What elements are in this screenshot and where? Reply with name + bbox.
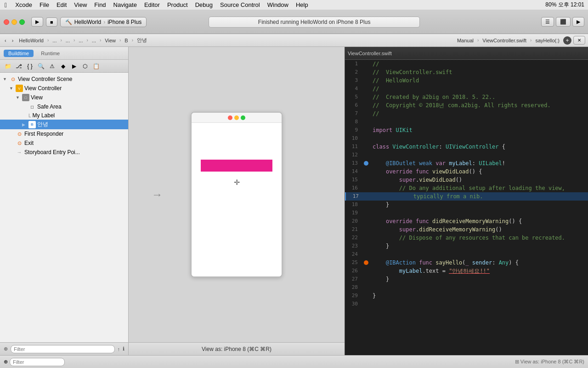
line-number: 6 <box>345 101 362 109</box>
storyboard-arrow-icon: ▶ <box>9 150 16 155</box>
line-content <box>371 151 588 159</box>
report-nav-icon[interactable]: 📋 <box>91 61 101 71</box>
breadcrumb-file[interactable]: ViewController.swift <box>481 37 528 44</box>
breadcrumb-4[interactable]: ... <box>77 37 85 44</box>
filter-input[interactable] <box>11 345 115 353</box>
maximize-button[interactable] <box>19 19 25 25</box>
apple-menu[interactable]:  <box>0 1 11 9</box>
menu-help[interactable]: Help <box>292 0 312 10</box>
line-gutter[interactable] <box>362 159 371 167</box>
right-sep-2: › <box>530 38 531 43</box>
stop-button[interactable]: ■ <box>46 17 57 27</box>
breadcrumb-5[interactable]: ... <box>90 37 98 44</box>
tree-item-view[interactable]: ▼ □ View <box>0 93 128 102</box>
line-number: 2 <box>345 68 362 76</box>
move-cursor-icon: ✛ <box>234 178 240 187</box>
debug-toggle-button[interactable]: ⬛ <box>556 17 571 27</box>
line-content <box>371 300 588 308</box>
tree-item-controller[interactable]: ▼ V View Controller <box>0 84 128 93</box>
line-gutter[interactable] <box>362 259 371 267</box>
symbol-nav-icon[interactable]: { } <box>25 61 35 71</box>
close-button[interactable] <box>4 19 9 25</box>
bottom-filter-input[interactable] <box>10 358 65 366</box>
menu-window[interactable]: Window <box>264 0 292 10</box>
minimize-button[interactable] <box>11 19 17 25</box>
breadcrumb-method[interactable]: sayHello(:) <box>533 37 561 44</box>
issue-nav-icon[interactable]: ⚠ <box>47 61 57 71</box>
source-control-nav-icon[interactable]: ⎇ <box>14 61 24 71</box>
line-content: class ViewController: UIViewController { <box>371 143 588 151</box>
line-number: 3 <box>345 76 362 85</box>
breadcrumb-2[interactable]: ... <box>51 37 58 44</box>
runtime-tab[interactable]: Runtime <box>36 50 64 57</box>
line-content: // <box>371 109 588 118</box>
close-editor-button[interactable]: ✕ <box>573 36 585 45</box>
breakpoint-nav-icon[interactable]: ⬡ <box>80 61 90 71</box>
code-filename: ViewController.swift <box>348 51 392 56</box>
buildtime-tab[interactable]: Buildtime <box>4 50 34 57</box>
menu-file[interactable]: File <box>36 0 53 10</box>
tree-item-exit[interactable]: ▶ ⊙ Exit <box>0 138 128 148</box>
menu-edit[interactable]: Edit <box>53 0 70 10</box>
tree-item-label[interactable]: ▶ L My Label <box>0 111 128 120</box>
iboutlet-indicator[interactable] <box>364 161 368 166</box>
line-gutter <box>362 101 371 109</box>
breadcrumb-helloworld[interactable]: HelloWorld <box>17 37 45 44</box>
folder-nav-icon[interactable]: 📁 <box>3 61 13 71</box>
breadcrumb-3[interactable]: ... <box>64 37 72 44</box>
menu-view[interactable]: View <box>70 0 90 10</box>
line-content: import UIKit <box>371 126 588 134</box>
line-number: 9 <box>345 126 362 134</box>
line-gutter <box>362 250 371 259</box>
tree-item-storyboard[interactable]: ▶ → Storyboard Entry Poi... <box>0 148 128 157</box>
code-area[interactable]: 1 // 2 // ViewController.swift 3 // Hell… <box>345 60 588 355</box>
breadcrumb-view[interactable]: View <box>103 37 118 44</box>
inspector-toggle-button[interactable]: ▶ <box>572 17 584 27</box>
line-gutter <box>362 300 371 308</box>
menu-source-control[interactable]: Source Control <box>216 0 264 10</box>
breadcrumb-sep-7: › <box>132 38 133 43</box>
test-nav-icon[interactable]: ◆ <box>58 61 68 71</box>
tree-item-scene[interactable]: ▼ ⊙ View Controller Scene <box>0 75 128 84</box>
code-line-19: 19 <box>345 209 588 217</box>
menu-xcode[interactable]: Xcode <box>11 0 36 10</box>
breadcrumb-sep-1: › <box>47 38 49 43</box>
code-line-29: 29 } <box>345 292 588 300</box>
line-number: 4 <box>345 85 362 93</box>
add-editor-button[interactable]: + <box>563 36 571 45</box>
breadcrumb-forward[interactable]: › <box>10 37 16 44</box>
tree-item-first-responder[interactable]: ▶ ⊙ First Responder <box>0 129 128 138</box>
run-button[interactable]: ▶ <box>31 17 43 27</box>
ibaction-indicator[interactable] <box>364 260 368 265</box>
line-number: 10 <box>345 134 362 143</box>
menu-debug[interactable]: Debug <box>192 0 216 10</box>
code-line-1: 1 // <box>345 60 588 68</box>
breadcrumb-back[interactable]: ‹ <box>3 37 8 44</box>
navigator-toggle-button[interactable]: ☰ <box>541 17 554 27</box>
code-line-8: 8 <box>345 118 588 126</box>
find-nav-icon[interactable]: 🔍 <box>36 61 46 71</box>
view-label: View <box>31 94 43 101</box>
scheme-selector[interactable]: 🔨 HelloWorld › iPhone 8 Plus <box>60 17 147 27</box>
filter-icon: ⊕ <box>4 346 8 352</box>
line-gutter <box>362 217 371 225</box>
tree-item-safe-area[interactable]: ▶ □ Safe Area <box>0 102 128 111</box>
breadcrumb-button[interactable]: 안녕 <box>135 36 149 45</box>
tree-item-button[interactable]: ▶ B 안녕 <box>0 120 128 129</box>
code-line-27: 27 } <box>345 275 588 283</box>
ui-button-element[interactable] <box>201 160 272 172</box>
first-responder-arrow-icon: ▶ <box>9 132 16 136</box>
safe-area-arrow-icon: ▶ <box>22 104 28 109</box>
line-number: 22 <box>345 234 362 242</box>
menu-editor[interactable]: Editor <box>141 0 164 10</box>
menu-find[interactable]: Find <box>90 0 109 10</box>
assistant-editor-selector[interactable]: Manual <box>455 37 475 44</box>
debug-nav-icon[interactable]: ▶ <box>69 61 79 71</box>
menu-product[interactable]: Product <box>164 0 192 10</box>
menu-navigate[interactable]: Navigate <box>110 0 141 10</box>
breadcrumb-b[interactable]: B <box>123 37 130 44</box>
line-gutter <box>362 109 371 118</box>
code-line-20: 20 override func didReceiveMemoryWarning… <box>345 217 588 225</box>
code-line-30: 30 <box>345 300 588 308</box>
line-number: 30 <box>345 300 362 308</box>
